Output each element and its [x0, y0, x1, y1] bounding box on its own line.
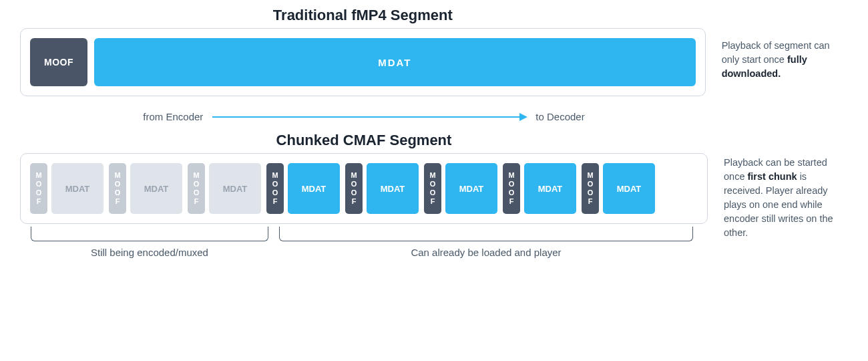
caption-text: Playback of segment can only start once — [722, 40, 830, 65]
chunk-pair-ready: MOOF MDAT — [345, 163, 419, 214]
caption-bold: first chunk — [747, 171, 797, 182]
chunked-segment-box: MOOF MDAT MOOF MDAT MOOF MDAT MOOF MDAT — [20, 153, 708, 224]
mdat-box: MDAT — [130, 163, 182, 214]
flow-row: from Encoder to Decoder — [20, 111, 708, 122]
moof-box: MOOF — [345, 163, 363, 214]
arrow-icon — [212, 116, 526, 118]
chunked-title: Chunked CMAF Segment — [20, 132, 708, 149]
traditional-row: Traditional fMP4 Segment MOOF MDAT Playb… — [20, 7, 848, 96]
moof-box: MOOF — [582, 163, 599, 214]
mdat-box: MDAT — [367, 163, 419, 214]
mdat-box: MDAT — [524, 163, 576, 214]
mdat-box: MDAT — [51, 163, 103, 214]
moof-box: MOOF — [188, 163, 205, 214]
bracket-ready-label: Can already be loaded and player — [279, 247, 693, 258]
traditional-caption: Playback of segment can only start once … — [722, 7, 848, 81]
traditional-title: Traditional fMP4 Segment — [20, 7, 706, 24]
flow-from-label: from Encoder — [143, 111, 203, 122]
mdat-box: MDAT — [209, 163, 261, 214]
chunk-pair-ready: MOOF MDAT — [503, 163, 576, 214]
chunked-row: Chunked CMAF Segment MOOF MDAT MOOF MDAT… — [20, 132, 848, 273]
chunk-pair-ready: MOOF MDAT — [424, 163, 497, 214]
moof-box: MOOF — [424, 163, 441, 214]
chunk-pair-encoding: MOOF MDAT — [109, 163, 182, 214]
moof-box: MOOF — [503, 163, 520, 214]
mdat-box: MDAT — [94, 38, 696, 86]
mdat-box: MDAT — [288, 163, 340, 214]
mdat-box: MDAT — [603, 163, 655, 214]
mdat-box: MDAT — [445, 163, 497, 214]
moof-box: MOOF — [30, 38, 87, 86]
flow-to-label: to Decoder — [535, 111, 584, 122]
moof-box: MOOF — [30, 163, 47, 214]
chunk-pair-ready: MOOF MDAT — [582, 163, 655, 214]
moof-box: MOOF — [266, 163, 284, 214]
moof-box: MOOF — [109, 163, 126, 214]
chunked-caption: Playback can be started once first chunk… — [724, 132, 848, 240]
traditional-segment-box: MOOF MDAT — [20, 28, 706, 96]
bracket-encoding-label: Still being encoded/muxed — [31, 247, 268, 258]
bracket-row: Still being encoded/muxed Can already be… — [20, 227, 708, 273]
chunk-pair-encoding: MOOF MDAT — [188, 163, 261, 214]
bracket-ready — [279, 227, 693, 241]
chunk-pair-ready: MOOF MDAT — [266, 163, 340, 214]
bracket-encoding — [31, 227, 268, 241]
chunk-pair-encoding: MOOF MDAT — [30, 163, 103, 214]
